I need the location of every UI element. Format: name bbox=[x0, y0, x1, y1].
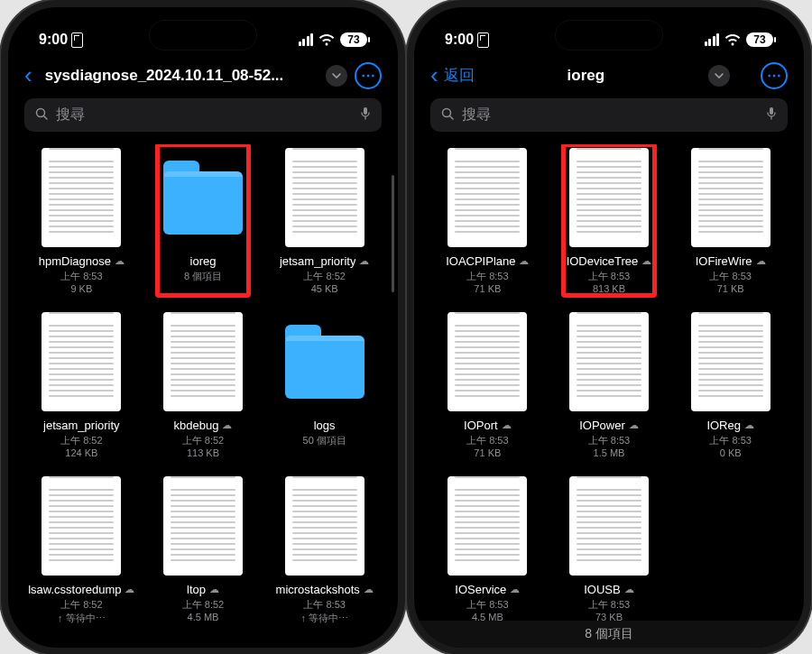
more-button[interactable]: ⋯ bbox=[355, 62, 382, 89]
battery-icon: 73 bbox=[746, 32, 773, 47]
file-item[interactable]: IOACPIPlane☁上午 8:5371 KB bbox=[427, 144, 549, 294]
status-time: 9:00 bbox=[445, 32, 474, 48]
item-meta-size: ↑ 等待中⋯ bbox=[58, 612, 106, 625]
signal-icon bbox=[299, 33, 314, 46]
item-name: microstackshots bbox=[276, 583, 360, 596]
cloud-icon: ☁ bbox=[359, 255, 369, 267]
search-placeholder: 搜尋 bbox=[462, 106, 759, 124]
back-chevron-icon[interactable]: ‹ bbox=[24, 61, 32, 89]
mic-icon[interactable] bbox=[360, 106, 371, 124]
signal-icon bbox=[705, 33, 720, 46]
cloud-icon: ☁ bbox=[629, 419, 639, 431]
file-item[interactable]: IOService☁上午 8:534.5 MB bbox=[427, 473, 549, 622]
item-meta-time: 上午 8:53 bbox=[466, 434, 508, 447]
item-meta-size: 124 KB bbox=[65, 447, 97, 458]
title-chevron-icon[interactable] bbox=[326, 65, 347, 87]
item-meta-time: 上午 8:52 bbox=[182, 434, 224, 447]
svg-line-4 bbox=[450, 115, 454, 119]
item-name: IOACPIPlane bbox=[446, 254, 515, 268]
cloud-icon: ☁ bbox=[222, 419, 232, 431]
file-item[interactable]: jetsam_priority上午 8:52124 KB bbox=[21, 309, 143, 458]
dynamic-island bbox=[149, 20, 257, 51]
title-chevron-icon[interactable] bbox=[708, 65, 730, 87]
cloud-icon: ☁ bbox=[502, 419, 512, 431]
item-meta-time: 50 個項目 bbox=[303, 434, 346, 447]
wifi-icon bbox=[724, 34, 741, 46]
search-icon bbox=[35, 107, 49, 124]
phone-left: 9:00 73 ‹ sysdiagnose_2024.10.11_08-52..… bbox=[8, 7, 398, 648]
document-thumbnail bbox=[285, 148, 364, 247]
svg-rect-5 bbox=[770, 107, 773, 115]
file-item[interactable]: IOPort☁上午 8:5371 KB bbox=[427, 309, 549, 458]
dynamic-island bbox=[555, 20, 663, 51]
item-meta-time: 8 個項目 bbox=[184, 270, 222, 283]
item-meta-size: 71 KB bbox=[474, 283, 501, 294]
file-item[interactable]: IODeviceTree☁上午 8:53813 KB bbox=[549, 144, 670, 294]
item-name: jetsam_priority bbox=[280, 254, 356, 268]
item-meta-time: 上午 8:52 bbox=[303, 270, 345, 283]
item-meta-size: 813 KB bbox=[593, 283, 625, 294]
back-chevron-icon[interactable]: ‹ bbox=[430, 61, 438, 89]
item-meta-time: 上午 8:53 bbox=[709, 434, 751, 447]
file-item[interactable]: kbdebug☁上午 8:52113 KB bbox=[143, 309, 264, 458]
item-meta-time: 上午 8:53 bbox=[709, 270, 751, 283]
document-thumbnail bbox=[691, 312, 770, 411]
cloud-icon: ☁ bbox=[756, 255, 766, 267]
document-thumbnail bbox=[448, 476, 527, 576]
folder-icon bbox=[285, 312, 364, 411]
item-name: hpmDiagnose bbox=[39, 254, 111, 268]
document-thumbnail bbox=[448, 312, 527, 411]
file-item[interactable]: IOFireWire☁上午 8:5371 KB bbox=[669, 144, 791, 294]
item-meta-time: 上午 8:53 bbox=[588, 270, 630, 283]
item-name: logs bbox=[314, 419, 336, 432]
mic-icon[interactable] bbox=[766, 106, 777, 124]
item-meta-size: 1.5 MB bbox=[594, 447, 625, 458]
more-button[interactable]: ⋯ bbox=[761, 62, 788, 89]
item-meta-size: ↑ 等待中⋯ bbox=[300, 612, 348, 625]
document-thumbnail bbox=[691, 148, 770, 247]
cloud-icon: ☁ bbox=[519, 255, 529, 267]
item-meta-size: 71 KB bbox=[717, 283, 744, 294]
cloud-icon: ☁ bbox=[209, 584, 219, 595]
page-title: sysdiagnose_2024.10.11_08-52... bbox=[45, 67, 315, 85]
search-input[interactable]: 搜尋 bbox=[24, 98, 382, 132]
sim-icon bbox=[71, 32, 83, 48]
cloud-icon: ☁ bbox=[510, 584, 520, 595]
item-name: IOReg bbox=[706, 419, 741, 432]
battery-icon: 73 bbox=[340, 32, 367, 47]
document-thumbnail bbox=[285, 476, 364, 576]
document-thumbnail bbox=[163, 476, 243, 576]
back-button[interactable]: 返回 bbox=[444, 65, 475, 86]
svg-line-1 bbox=[44, 115, 48, 119]
folder-item[interactable]: ioreg8 個項目 bbox=[143, 144, 264, 294]
item-meta-size: 113 KB bbox=[187, 447, 219, 458]
item-meta-time: 上午 8:52 bbox=[60, 598, 102, 612]
file-item[interactable]: jetsam_priority☁上午 8:5245 KB bbox=[263, 144, 385, 294]
item-name: IOPower bbox=[579, 419, 625, 432]
item-meta-time: 上午 8:52 bbox=[182, 598, 224, 612]
cloud-icon: ☁ bbox=[125, 584, 134, 595]
page-title: ioreg bbox=[475, 67, 697, 85]
document-thumbnail bbox=[569, 148, 649, 247]
item-meta-time: 上午 8:53 bbox=[588, 434, 630, 447]
item-name: kbdebug bbox=[174, 419, 219, 432]
file-item[interactable]: IOPower☁上午 8:531.5 MB bbox=[549, 309, 670, 458]
document-thumbnail bbox=[42, 312, 121, 411]
file-item[interactable]: lsaw.csstoredump☁上午 8:52↑ 等待中⋯ bbox=[21, 473, 143, 625]
file-item[interactable]: ltop☁上午 8:524.5 MB bbox=[143, 473, 264, 625]
file-item[interactable]: IOReg☁上午 8:530 KB bbox=[669, 309, 791, 458]
cloud-icon: ☁ bbox=[115, 255, 125, 267]
file-grid[interactable]: IOACPIPlane☁上午 8:5371 KBIODeviceTree☁上午 … bbox=[414, 144, 804, 648]
scroll-indicator[interactable] bbox=[392, 175, 394, 292]
document-thumbnail bbox=[42, 148, 121, 247]
folder-icon bbox=[163, 148, 243, 247]
file-item[interactable]: IOUSB☁上午 8:5373 KB bbox=[549, 473, 670, 622]
cloud-icon: ☁ bbox=[624, 584, 634, 595]
file-item[interactable]: microstackshots☁上午 8:53↑ 等待中⋯ bbox=[263, 473, 385, 625]
folder-item[interactable]: logs50 個項目 bbox=[263, 309, 385, 458]
file-item[interactable]: hpmDiagnose☁上午 8:539 KB bbox=[21, 144, 143, 294]
document-thumbnail bbox=[448, 148, 527, 247]
item-name: jetsam_priority bbox=[43, 419, 120, 432]
search-input[interactable]: 搜尋 bbox=[430, 98, 788, 132]
file-grid[interactable]: hpmDiagnose☁上午 8:539 KBioreg8 個項目jetsam_… bbox=[8, 144, 398, 648]
